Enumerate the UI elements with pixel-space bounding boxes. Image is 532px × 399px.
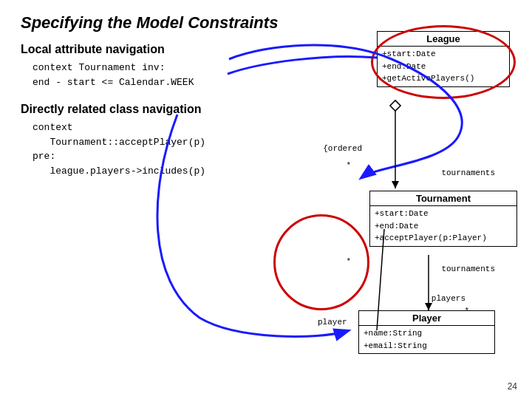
- code-line-1: context Tournament inv:: [33, 61, 205, 75]
- section1-heading: Local attribute navigation: [21, 43, 205, 56]
- league-box-body: +start:Date +end:Date +getActivePlayers(…: [378, 47, 509, 86]
- player-box-body: +name:String +email:String: [359, 326, 494, 353]
- player-attr-1: +name:String: [364, 327, 490, 340]
- code-line-s2-1: context: [33, 120, 205, 135]
- league-attr-2: +end:Date: [382, 61, 505, 73]
- league-attr-3: +getActivePlayers(): [382, 72, 505, 85]
- section2-heading: Directly related class navigation: [21, 103, 205, 116]
- code-block-1: context Tournament inv: end - start <= C…: [33, 61, 205, 89]
- tournament-attr-3: +acceptPlayer(p:Player): [375, 232, 512, 245]
- label-tournaments-top: tournaments: [441, 168, 495, 177]
- league-attr-1: +start:Date: [382, 48, 505, 61]
- code-line-s2-4: league.players->includes(p): [33, 164, 205, 179]
- tournament-box-title: Tournament: [370, 191, 516, 206]
- tournament-attr-1: +start:Date: [375, 208, 512, 220]
- left-section: Local attribute navigation context Tourn…: [21, 43, 205, 178]
- svg-marker-1: [392, 181, 399, 188]
- tournament-attr-2: +end:Date: [375, 220, 512, 233]
- league-box-title: League: [378, 32, 509, 47]
- player-attr-2: +email:String: [364, 340, 490, 352]
- slide: Specifying the Model Constraints Local a…: [0, 0, 532, 399]
- tournament-uml-box: Tournament +start:Date +end:Date +accept…: [369, 191, 517, 247]
- slide-title: Specifying the Model Constraints: [21, 13, 511, 33]
- code-block-2: context Tournament::acceptPlayer(p) pre:…: [33, 120, 205, 178]
- label-tournaments-bottom: tournaments: [441, 265, 495, 273]
- code-line-s2-3: pre:: [33, 149, 205, 164]
- svg-rect-2: [390, 100, 400, 111]
- player-box-title: Player: [359, 311, 494, 326]
- label-players: players: [432, 294, 466, 303]
- code-line-2: end - start <= Calendar.WEEK: [33, 75, 205, 90]
- svg-marker-4: [425, 303, 432, 310]
- player-highlight-circle: [273, 214, 369, 310]
- label-star-top: *: [346, 161, 351, 170]
- league-uml-box: League +start:Date +end:Date +getActiveP…: [377, 31, 510, 87]
- label-player-left: player: [318, 318, 347, 327]
- label-ordered: {ordered: [323, 144, 362, 153]
- tournament-box-body: +start:Date +end:Date +acceptPlayer(p:Pl…: [370, 206, 516, 246]
- player-uml-box: Player +name:String +email:String: [358, 310, 495, 354]
- page-number: 24: [508, 381, 517, 392]
- code-line-s2-2: Tournament::acceptPlayer(p): [33, 135, 205, 150]
- label-star-bottom: *: [346, 257, 351, 266]
